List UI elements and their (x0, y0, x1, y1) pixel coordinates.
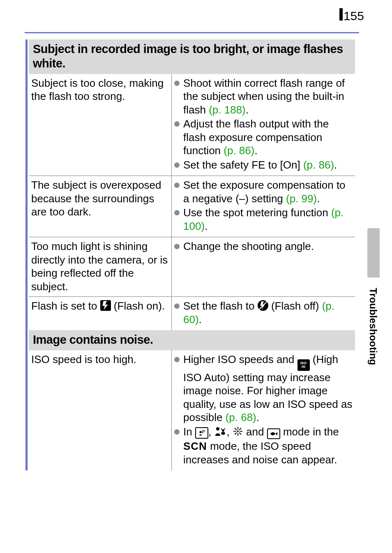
page-ref: (p. 86) (224, 144, 254, 157)
svg-point-5 (222, 429, 224, 432)
svg-point-2 (199, 431, 201, 433)
svg-line-12 (239, 428, 241, 430)
page: 155 Troubleshooting Subject in recorded … (0, 0, 392, 553)
remedy-item: Shoot within correct flash range of the … (174, 76, 353, 117)
cause-cell: Flash is set to (Flash on). (29, 297, 172, 331)
svg-line-11 (239, 433, 241, 435)
aquarium-icon (267, 428, 280, 439)
remedy-item: Adjust the flash output with the flash e… (174, 117, 353, 157)
svg-point-3 (216, 427, 219, 430)
table-row: Flash is set to (Flash on).Set the flash… (29, 297, 355, 331)
remedy-item: Set the exposure compensation to a negat… (174, 178, 353, 205)
remedy-cell: Shoot within correct flash range of the … (172, 74, 355, 176)
page-number: 155 (344, 9, 364, 23)
table-row: ISO speed is too high.Higher ISO speeds … (29, 350, 355, 471)
flash-on-icon (100, 300, 111, 311)
flash-off-icon (258, 300, 268, 311)
content: Subject in recorded image is too bright,… (29, 39, 355, 470)
page-ref: (p. 188) (209, 104, 246, 116)
section-header: Image contains noise. (29, 330, 355, 350)
remedy-item: Use the spot metering function (p. 100). (174, 206, 353, 233)
cause-cell: The subject is overexposed because the s… (29, 176, 172, 237)
table-row: Too much light is shining directly into … (29, 237, 355, 297)
page-ref: (p. 100) (183, 206, 344, 232)
svg-line-10 (235, 428, 237, 430)
side-accent (25, 39, 28, 470)
svg-line-13 (235, 433, 237, 435)
remedy-item: Set the flash to (Flash off) (p. 60). (174, 299, 353, 326)
remedy-cell: Set the flash to (Flash off) (p. 60). (172, 297, 355, 331)
remedy-cell: Change the shooting angle. (172, 237, 355, 297)
fireworks-icon (233, 426, 243, 440)
remedy-item: Set the safety FE to [On] (p. 86). (174, 158, 353, 172)
svg-point-4 (221, 432, 225, 435)
cause-cell: Subject is too close, making the flash t… (29, 74, 172, 176)
remedy-cell: Higher ISO speeds and ISOHI (High ISO Au… (172, 350, 355, 471)
remedy-list: Higher ISO speeds and ISOHI (High ISO Au… (174, 353, 353, 467)
page-ref: (p. 68) (226, 411, 256, 423)
remedy-list: Set the exposure compensation to a negat… (174, 178, 353, 233)
remedy-item: Change the shooting angle. (174, 240, 353, 253)
table-row: The subject is overexposed because the s… (29, 176, 355, 237)
side-tab (367, 228, 380, 278)
cause-cell: Too much light is shining directly into … (29, 237, 172, 297)
remedy-list: Shoot within correct flash range of the … (174, 76, 353, 172)
page-number-area: 155 (339, 8, 364, 23)
page-ref: (p. 99) (286, 192, 317, 205)
page-number-tick (339, 8, 343, 21)
side-tab-label: Troubleshooting (367, 288, 379, 365)
kids-pets-icon (214, 426, 226, 440)
svg-point-14 (237, 430, 239, 432)
iso-hi-icon: ISOHI (297, 359, 310, 371)
indoor-icon (195, 427, 208, 439)
section-header: Subject in recorded image is too bright,… (29, 39, 355, 74)
top-rule (25, 32, 359, 33)
remedy-item: In , , and mode in the SCN mode, the ISO… (174, 425, 353, 467)
remedy-cell: Set the exposure compensation to a negat… (172, 176, 355, 237)
table-row: Subject is too close, making the flash t… (29, 74, 355, 176)
scn-label: SCN (183, 440, 207, 452)
remedy-list: Set the flash to (Flash off) (p. 60). (174, 299, 353, 326)
troubleshooting-table: Subject is too close, making the flash t… (29, 74, 355, 331)
troubleshooting-table: ISO speed is too high.Higher ISO speeds … (29, 350, 355, 471)
cause-cell: ISO speed is too high. (29, 350, 172, 471)
remedy-list: Change the shooting angle. (174, 240, 353, 253)
page-ref: (p. 86) (303, 159, 334, 171)
remedy-item: Higher ISO speeds and ISOHI (High ISO Au… (174, 353, 353, 424)
